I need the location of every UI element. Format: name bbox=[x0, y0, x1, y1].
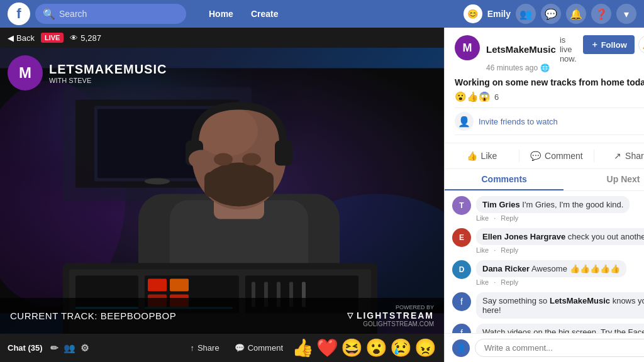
system-bubble-2: Watch videos on the big screen. Try the … bbox=[476, 324, 644, 333]
comment-action-label: Comment bbox=[545, 151, 583, 161]
comment-reply-action[interactable]: Reply bbox=[501, 214, 518, 222]
comment-bubble: Ellen Jones Hargrave check you out anoth… bbox=[476, 228, 644, 245]
eye-icon: 👁 bbox=[70, 33, 78, 43]
commenter-name[interactable]: Ellen Jones Hargrave bbox=[482, 232, 565, 241]
wow-emoji-button[interactable]: 😮 bbox=[365, 337, 387, 358]
chevron-down-icon[interactable]: ▾ bbox=[616, 4, 636, 24]
commenter-name[interactable]: Tim Gries bbox=[482, 200, 520, 209]
comment-reply-action[interactable]: Reply bbox=[501, 278, 518, 286]
chat-label: Chat (35) ✏ 👥 ⚙ bbox=[8, 343, 89, 354]
comment-button[interactable]: 💬 Comment bbox=[228, 341, 289, 355]
live-status-text: is live now. bbox=[560, 35, 577, 63]
comment-like-action[interactable]: Like bbox=[476, 246, 489, 254]
nav-links: Home Create bbox=[191, 5, 458, 23]
video-panel: ◀ Back LIVE 👁 5,287 bbox=[0, 28, 444, 362]
lightstream-logo: POWERED BY ▽ LIGHTSTREAM GOLIGHTSTREAM.C… bbox=[347, 304, 434, 327]
comment-actions: Like · Reply bbox=[476, 278, 626, 286]
comments-area[interactable]: T Tim Gries I'm Gries, I'm the good kind… bbox=[445, 191, 644, 333]
powered-by-text: POWERED BY bbox=[347, 304, 434, 310]
top-nav: f 🔍 Home Create 😊 Emily 👥 💬 🔔 ❓ ▾ bbox=[0, 0, 644, 28]
people-icon[interactable]: 👥 bbox=[516, 4, 536, 24]
facebook-logo: f bbox=[8, 3, 30, 25]
search-box[interactable]: 🔍 bbox=[35, 4, 186, 24]
comment-content: Dana Ricker Awesome 👍👍👍👍👍 Like · Reply bbox=[476, 260, 626, 286]
svg-rect-27 bbox=[170, 279, 189, 292]
sad-emoji-button[interactable]: 😢 bbox=[390, 337, 412, 358]
search-input[interactable] bbox=[59, 9, 179, 19]
comment-like-action[interactable]: Like bbox=[476, 214, 489, 222]
comment-like-action[interactable]: Like bbox=[476, 278, 489, 286]
user-name: Emily bbox=[487, 9, 511, 19]
tab-comments[interactable]: Comments bbox=[445, 169, 564, 190]
settings-icon[interactable]: ⚙ bbox=[80, 343, 89, 354]
streamer-info: M LetsMakeMusic is live now. 46 minutes … bbox=[455, 35, 644, 72]
track-info: CURRENT TRACK: BEEPBOOPBOP bbox=[10, 310, 176, 321]
comment-content: Ellen Jones Hargrave check you out anoth… bbox=[476, 228, 644, 254]
help-icon[interactable]: ❓ bbox=[591, 4, 611, 24]
comment-item: D Dana Ricker Awesome 👍👍👍👍👍 Like · Reply bbox=[452, 260, 644, 286]
lightstream-url: GOLIGHTSTREAM.COM bbox=[347, 321, 434, 327]
add-people-icon[interactable]: 👥 bbox=[64, 343, 75, 354]
nav-right: 😊 Emily 👥 💬 🔔 ❓ ▾ bbox=[464, 4, 636, 24]
comment-icon: 💬 bbox=[235, 343, 245, 353]
share-action-icon: ↗ bbox=[614, 151, 621, 161]
video-scene-svg bbox=[0, 48, 444, 334]
heart-emoji-button[interactable]: ❤️ bbox=[316, 337, 338, 358]
stream-description: Working on some new tracks from home tod… bbox=[455, 77, 644, 87]
brand-name: LETSMAKEMUSIC bbox=[49, 62, 167, 77]
comment-action-button[interactable]: 💬 Comment bbox=[519, 146, 594, 166]
system-bubble: Say something so LetsMakeMusic knows you… bbox=[476, 292, 644, 319]
comment-input[interactable] bbox=[475, 339, 644, 357]
invite-text[interactable]: Invite friends to watch bbox=[479, 117, 558, 126]
video-background: M LETSMAKEMUSIC WITH STEVE CURRENT TRACK… bbox=[0, 48, 444, 334]
streamer-name-row: LetsMakeMusic is live now. bbox=[486, 35, 577, 63]
ls-triangle-icon: ▽ bbox=[347, 311, 354, 320]
view-count: 👁 5,287 bbox=[70, 33, 101, 43]
nav-create[interactable]: Create bbox=[243, 5, 286, 23]
haha-emoji-button[interactable]: 😆 bbox=[341, 337, 363, 358]
angry-emoji-button[interactable]: 😠 bbox=[414, 337, 436, 358]
system-icon-2: f bbox=[452, 324, 471, 333]
share-button[interactable]: ↑ Share bbox=[184, 341, 225, 355]
svg-rect-16 bbox=[204, 172, 274, 197]
share-action-button[interactable]: ↗ Share bbox=[594, 146, 644, 166]
nav-home[interactable]: Home bbox=[201, 5, 241, 23]
current-track-label: CURRENT TRACK: bbox=[10, 310, 97, 321]
stream-time: 46 minutes ago 🌐 bbox=[486, 63, 577, 72]
streamer-avatar: M bbox=[455, 35, 480, 60]
invite-row: 👤 Invite friends to watch bbox=[455, 107, 644, 135]
globe-icon: 🌐 bbox=[540, 63, 550, 72]
comment-reply-action[interactable]: Reply bbox=[501, 246, 518, 254]
current-track-name: BEEPBOOPBOP bbox=[101, 310, 177, 321]
brand-sub: WITH STEVE bbox=[49, 77, 167, 84]
comment-text: check you out another time bbox=[568, 232, 644, 241]
comment-text: I'm Gries, I'm the good kind. bbox=[522, 200, 623, 209]
back-button[interactable]: ◀ Back bbox=[8, 33, 35, 43]
comment-actions: Like · Reply bbox=[476, 214, 630, 222]
edit-icon[interactable]: ✏ bbox=[50, 343, 58, 354]
invite-icon: 👤 bbox=[455, 112, 474, 131]
follow-button[interactable]: ＋ Follow bbox=[583, 35, 635, 54]
bell-icon[interactable]: 🔔 bbox=[566, 4, 586, 24]
like-emoji-button[interactable]: 👍 bbox=[292, 337, 314, 358]
commenter-avatar: E bbox=[452, 228, 471, 247]
highlight-name: LetsMakeMusic bbox=[550, 296, 610, 305]
commenter-name[interactable]: Dana Ricker bbox=[482, 264, 530, 273]
share-action-label: Share bbox=[625, 151, 644, 161]
system-message: f Say something so LetsMakeMusic knows y… bbox=[452, 292, 644, 319]
comment-actions: Like · Reply bbox=[476, 246, 644, 254]
messenger-icon[interactable]: 💬 bbox=[541, 4, 561, 24]
right-panel: M LetsMakeMusic is live now. 46 minutes … bbox=[444, 28, 644, 362]
like-action-button[interactable]: 👍 Like bbox=[445, 146, 519, 166]
current-track-bar: CURRENT TRACK: BEEPBOOPBOP POWERED BY ▽ … bbox=[0, 298, 444, 334]
commenter-avatar: D bbox=[452, 260, 471, 279]
share-icon: ↑ bbox=[190, 343, 194, 353]
tab-up-next[interactable]: Up Next bbox=[564, 169, 644, 190]
streamer-name[interactable]: LetsMakeMusic bbox=[486, 44, 556, 55]
comment-item: E Ellen Jones Hargrave check you out ano… bbox=[452, 228, 644, 254]
notification-bell-button[interactable]: 🔔 bbox=[638, 35, 644, 54]
stream-branding: M LETSMAKEMUSIC WITH STEVE bbox=[8, 55, 167, 90]
avatar[interactable]: 😊 bbox=[464, 4, 482, 23]
comment-action-icon: 💬 bbox=[530, 151, 541, 161]
comment-bubble: Dana Ricker Awesome 👍👍👍👍👍 bbox=[476, 260, 626, 277]
